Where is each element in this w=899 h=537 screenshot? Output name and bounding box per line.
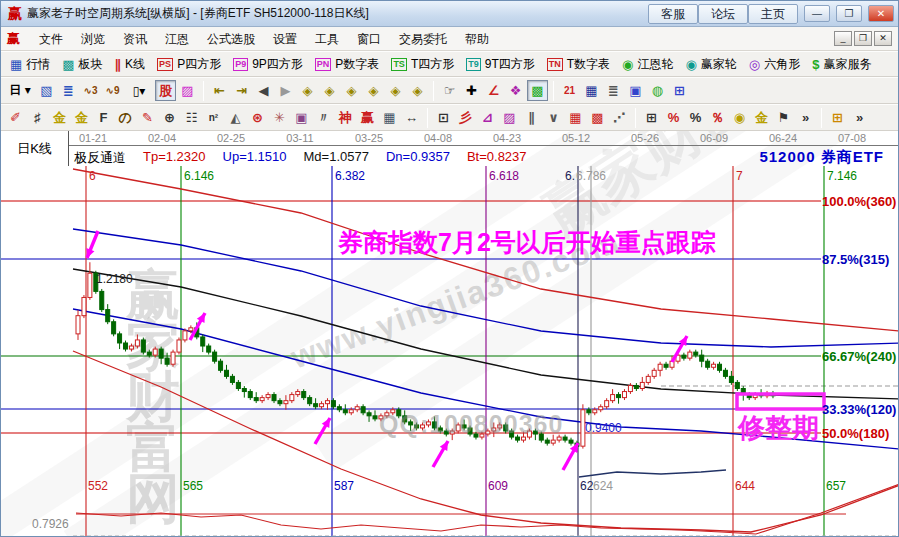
mdi-close-button[interactable]: ✕	[874, 31, 892, 46]
nav-next-icon[interactable]: ▶	[275, 80, 296, 101]
chart-canvas[interactable]: 赢家财富网www.yingjia360.com赢家财富网	[1, 131, 898, 536]
grid-red-2-icon[interactable]: ▩	[587, 107, 608, 128]
angle-mirror-icon[interactable]: ◭	[225, 107, 246, 128]
wave-9-icon[interactable]: ∿9	[102, 80, 123, 101]
chart-view-icon[interactable]: ▧	[36, 80, 57, 101]
fan-red-icon[interactable]: 彡	[455, 107, 476, 128]
box-tool-icon[interactable]: ⊡	[433, 107, 454, 128]
volume-bars-icon[interactable]: ▨	[177, 80, 198, 101]
tick-ruler-icon[interactable]: ♯	[27, 107, 48, 128]
toolbar-item-winner-service[interactable]: $赢家服务	[807, 54, 876, 75]
chip-tool-icon[interactable]: ❖	[505, 80, 526, 101]
fan-purple-icon[interactable]: ⊿	[477, 107, 498, 128]
parallel-lines-icon[interactable]: ∥	[521, 107, 542, 128]
diamond-shrink-icon[interactable]: ◈	[363, 80, 384, 101]
toolbar-item-9p-square[interactable]: P99P四方形	[228, 54, 308, 75]
stock-analysis-icon[interactable]: 股	[155, 80, 176, 101]
percent-line-icon[interactable]: %	[663, 107, 684, 128]
grid-red-icon[interactable]: ▦	[565, 107, 586, 128]
menu-item-9[interactable]: 交易委托	[390, 29, 456, 49]
menu-item-6[interactable]: 设置	[264, 29, 306, 49]
service-button-3[interactable]: 主页	[748, 4, 798, 24]
slash-lines-icon[interactable]: ⋰	[609, 107, 630, 128]
close-button[interactable]: ✕	[868, 5, 894, 22]
menu-item-7[interactable]: 工具	[306, 29, 348, 49]
square-circle-icon[interactable]: ▣	[291, 107, 312, 128]
toolbar-item-t-table[interactable]: TNT数字表	[542, 54, 615, 75]
minimize-button[interactable]: —	[804, 5, 830, 22]
ratio-ruler-icon[interactable]: ⊞	[641, 107, 662, 128]
nav-last-icon[interactable]: ⇥	[231, 80, 252, 101]
calendar-icon[interactable]: 21	[559, 80, 580, 101]
toolbar-item-winner-wheel[interactable]: ◉赢家轮	[680, 54, 741, 75]
nav-first-icon[interactable]: ⇤	[209, 80, 230, 101]
menu-item-10[interactable]: 帮助	[456, 29, 498, 49]
menu-item-2[interactable]: 浏览	[72, 29, 114, 49]
overflow-2-icon[interactable]: »	[849, 107, 870, 128]
n-square-icon[interactable]: n²	[203, 107, 224, 128]
toolbar-item-quotes[interactable]: ▦行情	[5, 54, 55, 75]
ruler-2-icon[interactable]: ☷	[181, 107, 202, 128]
toolbar-item-p-table[interactable]: PNP数字表	[310, 54, 385, 75]
diamond-expand-icon[interactable]: ◈	[341, 80, 362, 101]
golden-section-1-icon[interactable]: 金	[49, 107, 70, 128]
spiral-tool-icon[interactable]: の	[115, 107, 136, 128]
v-lines-icon[interactable]: ∨	[543, 107, 564, 128]
diamond-left-icon[interactable]: ◈	[297, 80, 318, 101]
golden-section-2-icon[interactable]: 金	[71, 107, 92, 128]
crosshair-tool-icon[interactable]: ✚	[461, 80, 482, 101]
mdi-restore-button[interactable]: ❐	[854, 31, 872, 46]
shen-tool-icon[interactable]: 神	[335, 107, 356, 128]
quote-mark-icon[interactable]: 〃	[313, 107, 334, 128]
width-arrow-icon[interactable]: ↔	[401, 107, 422, 128]
grid-123-icon[interactable]: ▦	[379, 107, 400, 128]
toolbar-item-t-square[interactable]: TST四方形	[386, 54, 459, 75]
workstation-icon[interactable]: ⊞	[669, 80, 690, 101]
star-tool-icon[interactable]: ✳	[269, 107, 290, 128]
angle-tool-icon[interactable]: ∠	[483, 80, 504, 101]
menu-item-8[interactable]: 窗口	[348, 29, 390, 49]
menu-item-4[interactable]: 江恩	[156, 29, 198, 49]
wave-3-icon[interactable]: ∿3	[80, 80, 101, 101]
menu-item-3[interactable]: 资讯	[114, 29, 156, 49]
percent-icon[interactable]: %	[685, 107, 706, 128]
grid-yellow-icon[interactable]: ⊞	[827, 107, 848, 128]
overflow-1-icon[interactable]: »	[795, 107, 816, 128]
toolbar-item-gann-wheel[interactable]: ◉江恩轮	[617, 54, 678, 75]
toolbar-item-sectors[interactable]: ▩板块	[57, 54, 107, 75]
pencil-red-icon[interactable]: ✐	[5, 107, 26, 128]
gold-line-icon[interactable]: 金	[751, 107, 772, 128]
gann-circle-icon[interactable]: ⊛	[247, 107, 268, 128]
diamond-center-icon[interactable]: ◈	[385, 80, 406, 101]
toolbar-item-kline[interactable]: ∥K线	[110, 54, 151, 75]
f-tool-icon[interactable]: F	[93, 107, 114, 128]
box-purple-icon[interactable]: ▨	[499, 107, 520, 128]
hand-tool-icon[interactable]: ☞	[439, 80, 460, 101]
rate-line-icon[interactable]: ％	[707, 107, 728, 128]
diamond-move-icon[interactable]: ◈	[407, 80, 428, 101]
mdi-minimize-button[interactable]: _	[834, 31, 852, 46]
period-day-dropdown-icon[interactable]: 日 ▾	[5, 80, 35, 101]
restore-button[interactable]: ❐	[836, 5, 862, 22]
notebook-icon[interactable]: ≣	[603, 80, 624, 101]
toolbar-item-hexagon[interactable]: ◎六角形	[744, 54, 805, 75]
candle-style-dropdown-icon[interactable]: ▯▾	[124, 80, 154, 101]
service-button-1[interactable]: 客服	[648, 4, 698, 24]
diamond-right-icon[interactable]: ◈	[319, 80, 340, 101]
report-view-icon[interactable]: ≣	[58, 80, 79, 101]
pencil-2-icon[interactable]: ✎	[137, 107, 158, 128]
menu-item-1[interactable]: 文件	[30, 29, 72, 49]
toolbar-item-p-square[interactable]: PSP四方形	[152, 54, 226, 75]
ying-tool-icon[interactable]: 赢	[357, 107, 378, 128]
cycle-circle-icon[interactable]: ⊕	[159, 107, 180, 128]
flag-tool-icon[interactable]: ⚑	[773, 107, 794, 128]
gold-circle-icon[interactable]: ◉	[729, 107, 750, 128]
calculator-icon[interactable]: ▦	[581, 80, 602, 101]
analysis-tool-icon[interactable]: ▩	[527, 80, 548, 101]
menu-item-5[interactable]: 公式选股	[198, 29, 264, 49]
save-icon[interactable]: ▣	[625, 80, 646, 101]
service-button-2[interactable]: 论坛	[698, 4, 748, 24]
web-icon[interactable]: ◍	[647, 80, 668, 101]
toolbar-item-9t-square[interactable]: T99T四方形	[461, 54, 540, 75]
nav-prev-icon[interactable]: ◀	[253, 80, 274, 101]
